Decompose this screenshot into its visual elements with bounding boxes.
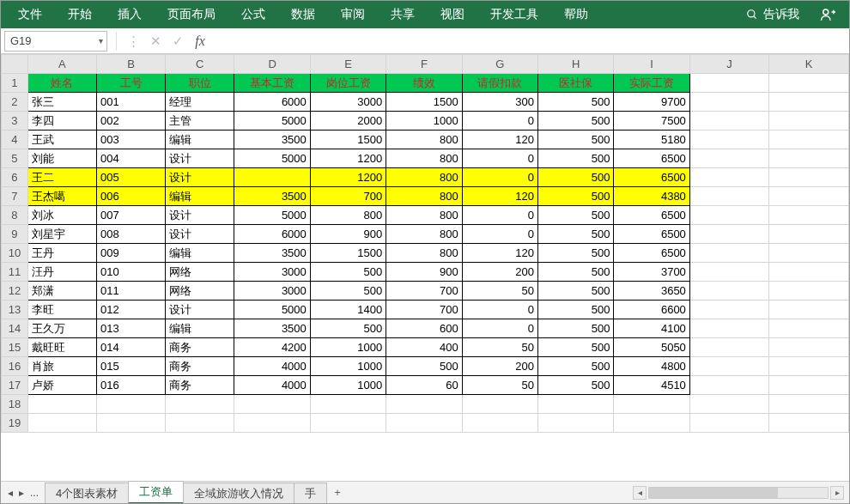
cell-A18[interactable] xyxy=(27,395,96,414)
header-cell-8[interactable]: 实际工资 xyxy=(614,74,689,93)
cell-name-6[interactable]: 王二 xyxy=(27,168,96,187)
row-header-3[interactable]: 3 xyxy=(2,112,28,131)
cell-J13[interactable] xyxy=(689,301,769,319)
cell-J8[interactable] xyxy=(689,206,769,225)
col-header-K[interactable]: K xyxy=(769,55,849,74)
scroll-thumb[interactable] xyxy=(649,488,778,498)
col-header-F[interactable]: F xyxy=(386,55,462,74)
menu-tab-3[interactable]: 页面布局 xyxy=(155,2,228,27)
cell-J6[interactable] xyxy=(689,168,769,187)
menu-tab-4[interactable]: 公式 xyxy=(229,2,277,27)
row-header-15[interactable]: 15 xyxy=(2,338,28,357)
cancel-formula-button[interactable]: ✕ xyxy=(144,33,167,49)
cell-ins-12[interactable]: 500 xyxy=(538,282,614,301)
options-icon[interactable]: ⋮ xyxy=(122,33,144,49)
cell-perf-2[interactable]: 1500 xyxy=(386,93,462,112)
cell-leave-12[interactable]: 50 xyxy=(462,282,537,301)
cell-post-5[interactable]: 1200 xyxy=(310,149,386,168)
cell-perf-12[interactable]: 700 xyxy=(386,282,462,301)
row-header-11[interactable]: 11 xyxy=(2,263,28,282)
cell-J3[interactable] xyxy=(689,112,769,131)
cell-K4[interactable] xyxy=(769,131,849,149)
header-cell-1[interactable]: 工号 xyxy=(97,74,166,93)
cell-G19[interactable] xyxy=(462,414,537,433)
cell-net-9[interactable]: 6500 xyxy=(614,225,689,244)
cell-post-14[interactable]: 500 xyxy=(310,319,386,338)
menu-tab-5[interactable]: 数据 xyxy=(279,2,327,27)
cell-base-17[interactable]: 4000 xyxy=(234,376,310,395)
cell-K19[interactable] xyxy=(769,414,849,433)
cell-id-11[interactable]: 010 xyxy=(97,263,166,282)
cell-base-10[interactable]: 3500 xyxy=(234,244,310,263)
cell-perf-5[interactable]: 800 xyxy=(386,149,462,168)
cell-pos-5[interactable]: 设计 xyxy=(166,149,234,168)
cell-K12[interactable] xyxy=(769,282,849,301)
cell-net-7[interactable]: 4380 xyxy=(614,187,689,206)
sheet-nav-first-icon[interactable]: ◂ xyxy=(6,487,15,499)
col-header-J[interactable]: J xyxy=(689,55,769,74)
cell-leave-7[interactable]: 120 xyxy=(462,187,537,206)
menu-tab-1[interactable]: 开始 xyxy=(56,2,104,27)
cell-J4[interactable] xyxy=(689,131,769,149)
cell-id-10[interactable]: 009 xyxy=(97,244,166,263)
cell-base-12[interactable]: 3000 xyxy=(234,282,310,301)
cell-J5[interactable] xyxy=(689,149,769,168)
row-header-5[interactable]: 5 xyxy=(2,149,28,168)
cell-perf-6[interactable]: 800 xyxy=(386,168,462,187)
sheet-tab-2[interactable]: 全域旅游收入情况 xyxy=(183,483,294,504)
cell-id-5[interactable]: 004 xyxy=(97,149,166,168)
cell-J2[interactable] xyxy=(689,93,769,112)
confirm-formula-button[interactable]: ✓ xyxy=(167,33,189,49)
cell-name-4[interactable]: 王武 xyxy=(27,131,96,149)
cell-id-16[interactable]: 015 xyxy=(97,357,166,376)
cell-ins-17[interactable]: 500 xyxy=(538,376,614,395)
cell-J16[interactable] xyxy=(689,357,769,376)
cell-B19[interactable] xyxy=(97,414,166,433)
col-header-C[interactable]: C xyxy=(166,55,234,74)
cell-A19[interactable] xyxy=(27,414,96,433)
cell-ins-2[interactable]: 500 xyxy=(538,93,614,112)
cell-leave-10[interactable]: 120 xyxy=(462,244,537,263)
header-cell-7[interactable]: 医社保 xyxy=(538,74,614,93)
cell-E19[interactable] xyxy=(310,414,386,433)
cell-pos-9[interactable]: 设计 xyxy=(166,225,234,244)
formula-input[interactable] xyxy=(211,31,849,52)
cell-name-2[interactable]: 张三 xyxy=(27,93,96,112)
cell-post-3[interactable]: 2000 xyxy=(310,112,386,131)
cell-pos-7[interactable]: 编辑 xyxy=(166,187,234,206)
cell-post-11[interactable]: 500 xyxy=(310,263,386,282)
cell-K8[interactable] xyxy=(769,206,849,225)
cell-ins-7[interactable]: 500 xyxy=(538,187,614,206)
fx-button[interactable]: fx xyxy=(189,33,211,49)
cell-name-15[interactable]: 戴旺旺 xyxy=(27,338,96,357)
cell-F18[interactable] xyxy=(386,395,462,414)
col-header-E[interactable]: E xyxy=(310,55,386,74)
cell-net-14[interactable]: 4100 xyxy=(614,319,689,338)
sheet-nav-prev-icon[interactable]: ▸ xyxy=(17,487,26,499)
cell-base-13[interactable]: 5000 xyxy=(234,301,310,319)
tell-me-search[interactable]: 告诉我 xyxy=(736,7,810,22)
cell-name-8[interactable]: 刘冰 xyxy=(27,206,96,225)
cell-id-14[interactable]: 013 xyxy=(97,319,166,338)
cell-pos-10[interactable]: 编辑 xyxy=(166,244,234,263)
cell-perf-13[interactable]: 700 xyxy=(386,301,462,319)
select-all-corner[interactable] xyxy=(2,55,28,74)
cell-perf-8[interactable]: 800 xyxy=(386,206,462,225)
cell-net-11[interactable]: 3700 xyxy=(614,263,689,282)
cell-K2[interactable] xyxy=(769,93,849,112)
header-cell-3[interactable]: 基本工资 xyxy=(234,74,310,93)
cell-ins-5[interactable]: 500 xyxy=(538,149,614,168)
cell-id-8[interactable]: 007 xyxy=(97,206,166,225)
cell-leave-3[interactable]: 0 xyxy=(462,112,537,131)
cell-K14[interactable] xyxy=(769,319,849,338)
menu-tab-8[interactable]: 视图 xyxy=(428,2,477,27)
cell-J12[interactable] xyxy=(689,282,769,301)
cell-post-16[interactable]: 1000 xyxy=(310,357,386,376)
sheet-tab-1[interactable]: 工资单 xyxy=(128,481,184,504)
cell-leave-11[interactable]: 200 xyxy=(462,263,537,282)
cell-name-5[interactable]: 刘能 xyxy=(27,149,96,168)
cell-pos-2[interactable]: 经理 xyxy=(166,93,234,112)
grid-area[interactable]: ABCDEFGHIJK1姓名工号职位基本工资岗位工资绩效请假扣款医社保实际工资2… xyxy=(1,54,849,481)
cell-perf-3[interactable]: 1000 xyxy=(386,112,462,131)
cell-K9[interactable] xyxy=(769,225,849,244)
